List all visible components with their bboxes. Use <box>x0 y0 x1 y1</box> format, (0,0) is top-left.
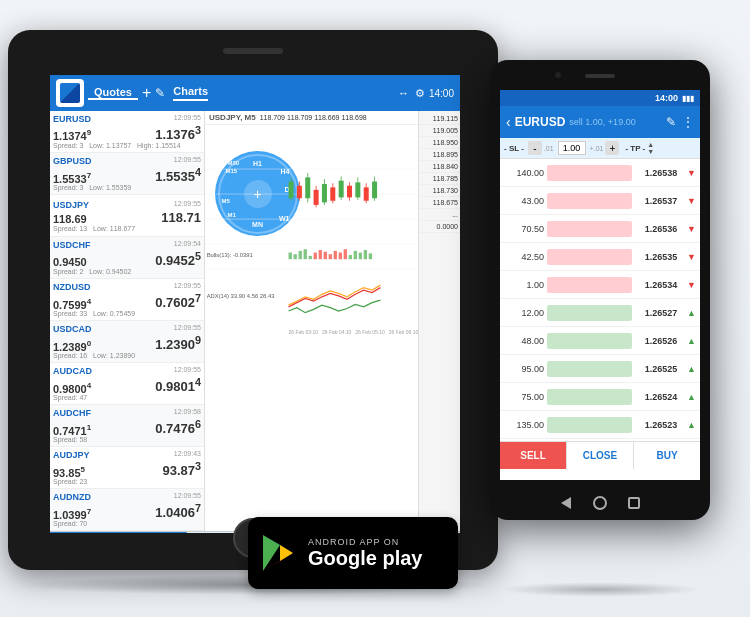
charts-tab[interactable]: Charts <box>173 85 208 101</box>
quote-time: 12:09:55 <box>174 324 201 334</box>
edit-icon[interactable]: ✎ <box>155 86 165 100</box>
quote-low-high: Spread: 47 <box>53 394 201 401</box>
chart-values: 118.709 118.709 118.669 118.698 <box>260 114 367 121</box>
quote-low-high: Spread: 13 Low: 118.677 <box>53 225 201 232</box>
chart-header: USDJPY, M5 118.709 118.709 118.669 118.6… <box>205 111 418 125</box>
phone-status-bar: 14:00 ▮▮▮ <box>500 90 700 106</box>
quote-ask: 1.55354 <box>155 166 201 184</box>
quote-bid: 0.98004 <box>53 381 91 395</box>
quote-row[interactable]: USDJPY 12:09:55 118.69 118.71 Spread: 13… <box>50 195 204 237</box>
sl-minus-button[interactable]: - <box>528 141 542 155</box>
header-time: 14:00 <box>429 88 454 99</box>
sl-plus-button[interactable]: + <box>605 141 619 155</box>
trade-tab[interactable]: TRADE <box>50 532 187 533</box>
scene: Quotes + ✎ Charts ↔ ⚙ 14:00 EURUSD 12:09… <box>0 0 750 617</box>
quote-ask: 1.23909 <box>155 334 201 352</box>
quote-row[interactable]: AUDJPY 12:09:43 93.855 93.873 Spread: 23 <box>50 447 204 489</box>
ob-buy-bar <box>547 361 632 377</box>
buy-button[interactable]: BUY <box>634 442 700 469</box>
ob-sell-arrow: ▼ <box>687 168 696 178</box>
svg-rect-42 <box>359 253 362 260</box>
quotes-tab[interactable]: Quotes <box>88 86 138 100</box>
ob-buy-bar <box>547 305 632 321</box>
home-nav-button[interactable] <box>591 494 609 512</box>
tp-arrows[interactable]: ▲ ▼ <box>647 141 654 155</box>
sync-icon: ↔ <box>398 87 409 99</box>
price-item: 118.785 <box>419 173 460 185</box>
ob-buy-bar <box>547 389 632 405</box>
settings-icon[interactable]: ⚙ <box>415 87 425 100</box>
ob-price: 1.26526 <box>635 336 687 346</box>
quote-row[interactable]: NZDUSD 12:09:55 0.75994 0.76027 Spread: … <box>50 279 204 321</box>
ob-qty: 70.50 <box>504 224 544 234</box>
orderbook-row: 12.00 1.26527 ▲ <box>500 299 700 327</box>
google-play-badge[interactable]: ANDROID APP ON Google play <box>248 517 458 589</box>
svg-rect-34 <box>319 250 322 259</box>
quote-name: AUDNZD <box>53 492 91 502</box>
phone-app-header: ‹ EURUSD sell 1.00, +19.00 ✎ ⋮ <box>500 106 700 138</box>
quote-bid: 1.03997 <box>53 507 91 521</box>
quote-row[interactable]: EURUSD 12:09:55 1.13749 1.13763 Spread: … <box>50 111 204 153</box>
ob-sell-arrow: ▼ <box>687 196 696 206</box>
ob-price: 1.26538 <box>635 168 687 178</box>
sl-label: - SL - <box>504 144 524 153</box>
ob-price: 1.26527 <box>635 308 687 318</box>
quote-ask: 1.04067 <box>155 502 201 520</box>
quote-row[interactable]: GBPUSD 12:09:55 1.55337 1.55354 Spread: … <box>50 153 204 195</box>
tp-label: - TP - <box>625 144 645 153</box>
quote-bid: 118.69 <box>53 213 87 225</box>
edit-icon[interactable]: ✎ <box>666 115 676 129</box>
sl-value[interactable]: 1.00 <box>558 141 586 155</box>
tp-up-arrow[interactable]: ▲ <box>647 141 654 148</box>
quote-row[interactable]: AUDCAD 12:09:55 0.98004 0.98014 Spread: … <box>50 363 204 405</box>
app-logo <box>56 79 84 107</box>
sell-button[interactable]: SELL <box>500 442 566 469</box>
quote-low-high: Spread: 23 <box>53 478 201 485</box>
recents-nav-button[interactable] <box>625 494 643 512</box>
ob-price: 1.26525 <box>635 364 687 374</box>
svg-rect-29 <box>294 254 297 259</box>
quote-row[interactable]: USDCAD 12:09:55 1.23890 1.23909 Spread: … <box>50 321 204 363</box>
ob-qty: 12.00 <box>504 308 544 318</box>
back-arrow-icon[interactable]: ‹ <box>506 114 511 130</box>
quote-name: GBPUSD <box>53 156 92 166</box>
back-nav-button[interactable] <box>557 494 575 512</box>
ob-sell-bar <box>547 165 632 181</box>
quote-row[interactable]: AUDCHF 12:09:58 0.74711 0.74766 Spread: … <box>50 405 204 447</box>
ob-sell-arrow: ▼ <box>687 280 696 290</box>
quote-ask: 1.13763 <box>155 127 201 142</box>
svg-rect-44 <box>369 253 372 259</box>
price-item: 118.840 <box>419 161 460 173</box>
svg-rect-37 <box>334 251 337 259</box>
orderbook-row: 135.00 1.26523 ▲ <box>500 411 700 439</box>
phone-screen: 14:00 ▮▮▮ ‹ EURUSD sell 1.00, +19.00 ✎ ⋮… <box>500 90 700 480</box>
more-icon[interactable]: ⋮ <box>682 115 694 129</box>
quote-row[interactable]: AUDNZD 12:09:55 1.03997 1.04067 Spread: … <box>50 489 204 531</box>
svg-marker-51 <box>263 535 280 571</box>
quote-name: NZDUSD <box>53 282 91 292</box>
ob-qty: 95.00 <box>504 364 544 374</box>
ob-buy-bar <box>547 333 632 349</box>
quote-low-high: Spread: 2 Low: 0.94502 <box>53 268 201 275</box>
ob-buy-arrow: ▲ <box>687 364 696 374</box>
ob-qty: 140.00 <box>504 168 544 178</box>
ob-qty: 48.00 <box>504 336 544 346</box>
ob-price: 1.26537 <box>635 196 687 206</box>
add-tab-button[interactable]: + <box>142 84 151 102</box>
recents-nav-icon <box>628 497 640 509</box>
close-button[interactable]: CLOSE <box>566 442 634 469</box>
ob-qty: 135.00 <box>504 420 544 430</box>
orderbook-row: 48.00 1.26526 ▲ <box>500 327 700 355</box>
chart-panel: USDJPY, M5 118.709 118.709 118.669 118.6… <box>205 111 418 531</box>
quote-bid: 0.9450 <box>53 256 87 268</box>
quote-time: 12:09:55 <box>174 156 201 166</box>
quote-row[interactable]: USDCHF 12:09:54 0.9450 0.94525 Spread: 2… <box>50 237 204 279</box>
quote-low-high: Spread: 3 Low: 1.55359 <box>53 184 201 191</box>
price-item: 118.950 <box>419 137 460 149</box>
home-nav-icon <box>593 496 607 510</box>
quote-bid: 93.855 <box>53 465 85 479</box>
svg-rect-36 <box>329 254 332 259</box>
order-controls: - SL - - .01 1.00 +.01 + - TP - ▲ ▼ <box>500 138 700 159</box>
tp-down-arrow[interactable]: ▼ <box>647 148 654 155</box>
right-prices-panel: 119.115 119.005 118.950 118.895 118.840 … <box>418 111 460 531</box>
